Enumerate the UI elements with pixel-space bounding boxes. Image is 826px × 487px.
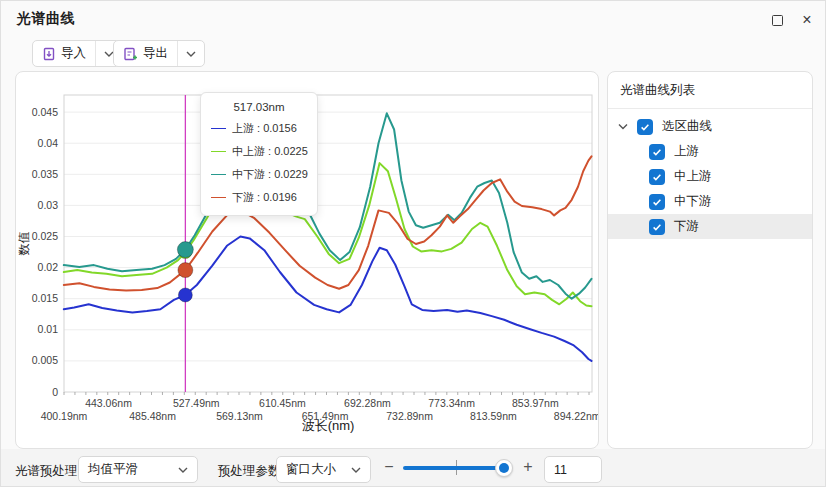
preprocess-method-value: 均值平滑 bbox=[88, 461, 138, 478]
tree-item-label: 下游 bbox=[674, 218, 699, 235]
tree-item-downstream[interactable]: 下游 bbox=[608, 214, 812, 239]
preprocess-bar: 光谱预处理 均值平滑 预处理参数 窗口大小 − + bbox=[1, 449, 826, 487]
slider-decrease-button[interactable]: − bbox=[381, 459, 397, 475]
param-label: 预处理参数 bbox=[218, 463, 281, 480]
tooltip-value-mid-upstream: 中上游 : 0.0225 bbox=[232, 144, 308, 159]
close-button[interactable]: × bbox=[793, 9, 821, 31]
export-clipboard-plus-icon bbox=[123, 47, 138, 61]
window-size-input[interactable] bbox=[544, 456, 602, 483]
tooltip-row: 下游 : 0.0196 bbox=[211, 190, 307, 205]
x-tick-label: 569.13nm bbox=[216, 410, 263, 422]
y-tick-label: 0.025 bbox=[32, 230, 58, 242]
import-button[interactable]: 导入 bbox=[33, 41, 95, 66]
slider-increase-button[interactable]: + bbox=[520, 459, 536, 475]
tooltip-value-downstream: 下游 : 0.0196 bbox=[232, 190, 297, 205]
chevron-down-icon bbox=[186, 51, 196, 57]
x-tick-label: 527.49nm bbox=[173, 397, 220, 409]
x-tick-label: 443.06nm bbox=[85, 397, 132, 409]
y-axis-title: 数值 bbox=[17, 232, 31, 256]
tooltip-wavelength: 517.03nm bbox=[211, 101, 307, 113]
tree-item-selection-curves[interactable]: 选区曲线 bbox=[608, 114, 812, 139]
tree-item-label: 选区曲线 bbox=[662, 118, 712, 135]
y-tick-label: 0.02 bbox=[38, 261, 59, 273]
series-swatch-downstream bbox=[211, 197, 226, 198]
export-button-label: 导出 bbox=[143, 45, 168, 62]
close-icon: × bbox=[802, 12, 811, 28]
y-tick-label: 0.005 bbox=[32, 354, 58, 366]
x-tick-label: 773.34nm bbox=[428, 397, 475, 409]
tree-item-upstream[interactable]: 上游 bbox=[608, 139, 812, 164]
series-swatch-upstream bbox=[211, 128, 226, 129]
cursor-dot-上游 bbox=[178, 288, 192, 302]
chart-panel: 00.0050.010.0150.020.0250.030.0350.040.0… bbox=[15, 71, 599, 449]
x-tick-label: 400.19nm bbox=[41, 410, 88, 422]
checkbox-checked[interactable] bbox=[637, 119, 653, 135]
tooltip-row: 上游 : 0.0156 bbox=[211, 121, 307, 136]
preprocess-method-select[interactable]: 均值平滑 bbox=[78, 456, 198, 483]
export-split-button: 导出 bbox=[113, 40, 205, 67]
import-clipboard-icon bbox=[42, 47, 56, 61]
series-swatch-mid-downstream bbox=[211, 174, 226, 175]
export-dropdown-arrow[interactable] bbox=[177, 41, 204, 66]
y-tick-label: 0 bbox=[52, 386, 58, 398]
curve-list-panel: 光谱曲线列表 选区曲线 上游 中上游 bbox=[607, 71, 813, 449]
x-tick-label: 485.48nm bbox=[129, 410, 176, 422]
slider-thumb[interactable] bbox=[495, 459, 513, 477]
checkbox-checked[interactable] bbox=[649, 194, 665, 210]
y-tick-label: 0.015 bbox=[32, 292, 58, 304]
x-tick-label: 853.97nm bbox=[512, 397, 559, 409]
y-tick-label: 0.03 bbox=[38, 199, 59, 211]
x-tick-label: 894.22nm bbox=[554, 410, 598, 422]
tree-item-label: 中下游 bbox=[674, 193, 712, 210]
chart-tooltip: 517.03nm 上游 : 0.0156 中上游 : 0.0225 中下游 : … bbox=[200, 92, 318, 216]
chevron-down-icon bbox=[351, 467, 361, 473]
window-title: 光谱曲线 bbox=[17, 10, 75, 28]
param-select-value: 窗口大小 bbox=[286, 461, 336, 478]
series-line-中下游 bbox=[64, 113, 592, 298]
cursor-dot-中下游 bbox=[177, 242, 193, 258]
maximize-icon bbox=[772, 15, 783, 26]
param-select[interactable]: 窗口大小 bbox=[276, 456, 371, 483]
y-tick-label: 0.01 bbox=[38, 323, 59, 335]
x-axis-title: 波长(nm) bbox=[302, 418, 355, 433]
y-tick-label: 0.04 bbox=[38, 137, 59, 149]
y-tick-label: 0.035 bbox=[32, 168, 58, 180]
tree-item-mid-downstream[interactable]: 中下游 bbox=[608, 189, 812, 214]
checkbox-checked[interactable] bbox=[649, 219, 665, 235]
tree-item-label: 中上游 bbox=[674, 168, 712, 185]
x-tick-label: 732.89nm bbox=[386, 410, 433, 422]
spectral-curve-window: 光谱曲线 × 导入 导出 bbox=[0, 0, 826, 487]
chevron-down-icon bbox=[178, 467, 188, 473]
tree-item-mid-upstream[interactable]: 中上游 bbox=[608, 164, 812, 189]
tooltip-value-upstream: 上游 : 0.0156 bbox=[232, 121, 297, 136]
cursor-dot-下游 bbox=[178, 263, 193, 278]
tooltip-row: 中下游 : 0.0229 bbox=[211, 167, 307, 182]
maximize-button[interactable] bbox=[763, 9, 791, 31]
import-split-button: 导入 bbox=[32, 40, 123, 67]
chevron-expanded-icon[interactable] bbox=[618, 123, 628, 130]
tree-item-label: 上游 bbox=[674, 143, 699, 160]
x-tick-label: 610.45nm bbox=[259, 397, 306, 409]
preprocess-label: 光谱预处理 bbox=[15, 463, 78, 480]
y-tick-label: 0.045 bbox=[32, 106, 58, 118]
x-tick-label: 692.28nm bbox=[344, 397, 391, 409]
checkbox-checked[interactable] bbox=[649, 169, 665, 185]
curve-list-title: 光谱曲线列表 bbox=[608, 72, 812, 109]
series-swatch-mid-upstream bbox=[211, 151, 226, 152]
import-button-label: 导入 bbox=[61, 45, 86, 62]
tooltip-value-mid-downstream: 中下游 : 0.0229 bbox=[232, 167, 308, 182]
plot-border bbox=[64, 95, 592, 392]
export-button[interactable]: 导出 bbox=[114, 41, 177, 66]
checkbox-checked[interactable] bbox=[649, 144, 665, 160]
tooltip-row: 中上游 : 0.0225 bbox=[211, 144, 307, 159]
curve-tree: 选区曲线 上游 中上游 中下游 bbox=[608, 109, 812, 239]
x-tick-label: 813.59nm bbox=[470, 410, 517, 422]
